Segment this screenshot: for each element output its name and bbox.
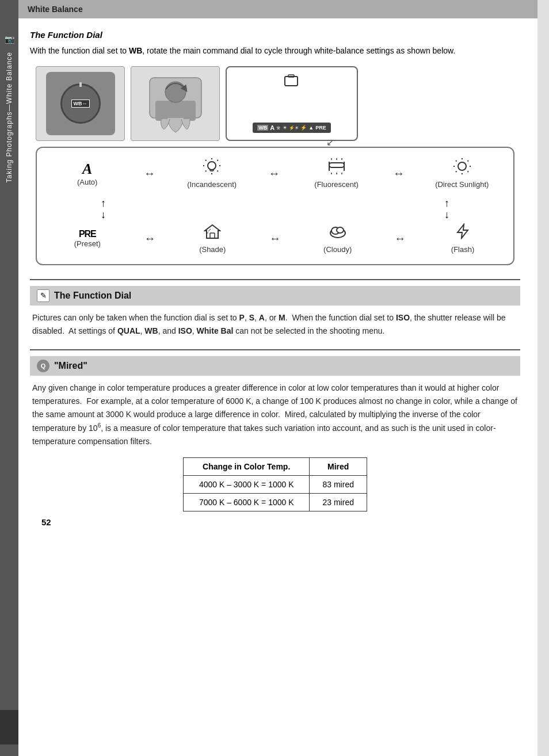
wb-arrow-5: ↔ [269,232,281,245]
svg-line-12 [205,171,207,172]
svg-rect-3 [285,77,298,86]
note-title: The Function Dial [54,291,131,301]
svg-line-13 [218,171,219,172]
mired-q-icon: Q [37,360,49,372]
mired-table-container: Change in Color Temp. Mired 4000 K – 300… [30,457,520,511]
svg-point-26 [458,162,466,170]
mired-table: Change in Color Temp. Mired 4000 K – 300… [183,457,367,511]
dial-circle: WB↔ [60,83,101,124]
svg-marker-44 [458,224,468,238]
svg-line-11 [218,160,219,161]
table-header-color-temp: Change in Color Temp. [184,458,310,476]
svg-line-33 [456,171,457,173]
section-divider-1 [30,279,520,280]
page-number: 52 [30,511,520,533]
wb-incandescent-icon [203,158,220,178]
dial-inner: WB↔ [46,72,115,135]
wb-flash: (Flash) [437,223,489,254]
up-arrow: ↑ [101,198,106,209]
mired-header: Q "Mired" [30,356,520,376]
wb-row-1: A (Auto) ↔ [46,158,504,189]
wb-shade-label: (Shade) [199,245,226,254]
right-margin [537,0,549,756]
svg-point-5 [208,162,216,170]
page-header-title: White Balance [28,5,83,14]
down-arrow: ↓ [101,209,106,221]
wb-fluorescent-label: (Fluorescent) [314,180,359,189]
table-row: 7000 K – 6000 K = 1000 K 23 mired [184,494,367,511]
svg-rect-17 [329,163,344,167]
lcd-diagram: WB A ※ ☀ ⚡☀ ⚡ ▲ PRE ↙ [226,66,358,141]
table-cell-mired-1: 83 mired [310,476,367,494]
wb-shade-icon [204,223,221,243]
wb-cycle-container: A (Auto) ↔ [30,147,520,265]
svg-marker-35 [205,225,220,238]
function-dial-intro: With the function dial set to WB, rotate… [30,44,520,57]
section-divider-2 [30,349,520,350]
wb-arrow-2: ↔ [268,167,280,180]
camera-icon: 📷 [5,35,14,44]
function-dial-title: The Function Dial [30,30,520,40]
wb-sunlight: (Direct Sunlight) [435,158,489,189]
side-tab-bar [0,710,18,744]
wb-cloudy-icon [328,223,348,243]
lcd-bottom-bar: WB A ※ ☀ ⚡☀ ⚡ ▲ PRE [253,123,330,133]
wb-incandescent-label: (Incandescent) [187,180,237,189]
svg-line-34 [467,171,468,173]
wb-fluorescent: (Fluorescent) [311,158,363,189]
side-tab-label: Taking Photographs—White Balance [5,52,13,182]
camera-hand-diagram [131,66,220,141]
table-header-mired: Mired [310,458,367,476]
wb-arrow-6: ↔ [394,232,406,245]
wb-v-arrow-auto: ↑ ↓ [78,198,129,221]
wb-shade: (Shade) [186,223,238,254]
dial-notch [79,82,82,87]
wb-preset-icon: PRE [79,229,96,239]
side-tab: 📷 Taking Photographs—White Balance [0,0,18,756]
wb-row-2: PRE (Preset) ↔ [46,223,504,254]
svg-line-40 [208,229,211,231]
wb-arrow-1: ↔ [144,167,155,180]
wb-preset-label: (Preset) [74,239,101,248]
wb-preset: PRE (Preset) [62,229,113,248]
wb-cloudy: (Cloudy) [312,223,364,254]
wb-auto: A (Auto) [62,161,113,186]
note-body: Pictures can only be taken when the func… [30,311,520,338]
up-arrow-2: ↑ [444,198,449,209]
camera-dial-diagram: WB↔ [36,66,125,141]
svg-line-32 [467,161,468,162]
mired-section: Q "Mired" Any given change in color temp… [30,356,520,511]
content-area: The Function Dial With the function dial… [18,18,537,544]
diagram-images: WB↔ [30,66,520,141]
table-row: 4000 K – 3000 K = 1000 K 83 mired [184,476,367,494]
wb-arrow-3: ↔ [393,167,405,180]
svg-line-31 [456,161,457,162]
dial-wb-label: WB↔ [71,100,90,108]
wb-flash-label: (Flash) [451,245,474,254]
wb-cycle-box: A (Auto) ↔ [36,147,514,265]
wb-auto-icon: A [82,161,92,178]
wb-arrow-4: ↔ [144,232,156,245]
wb-fluorescent-icon [327,158,346,178]
wb-flash-icon [456,223,469,243]
svg-line-10 [205,160,207,161]
wb-auto-label: (Auto) [77,178,97,186]
wb-sunlight-label: (Direct Sunlight) [435,180,489,189]
hand-svg [138,72,213,135]
page-header: White Balance [18,0,537,18]
table-cell-temp-2: 7000 K – 6000 K = 1000 K [184,494,310,511]
svg-rect-1 [155,101,196,121]
lcd-top-icon [284,74,300,90]
wb-incandescent: (Incandescent) [186,158,238,189]
mired-title: "Mired" [54,361,87,371]
wb-v-arrow-sunlight: ↑ ↓ [421,198,473,221]
note-header: ✎ The Function Dial [30,286,520,306]
note-pencil-icon: ✎ [37,289,49,302]
mired-body: Any given change in color temperature pr… [30,381,520,448]
wb-sunlight-icon [453,158,471,178]
table-cell-temp-1: 4000 K – 3000 K = 1000 K [184,476,310,494]
down-arrow-2: ↓ [444,209,449,221]
main-content: White Balance The Function Dial With the… [18,0,537,756]
svg-point-2 [165,82,186,102]
svg-point-43 [337,227,344,233]
